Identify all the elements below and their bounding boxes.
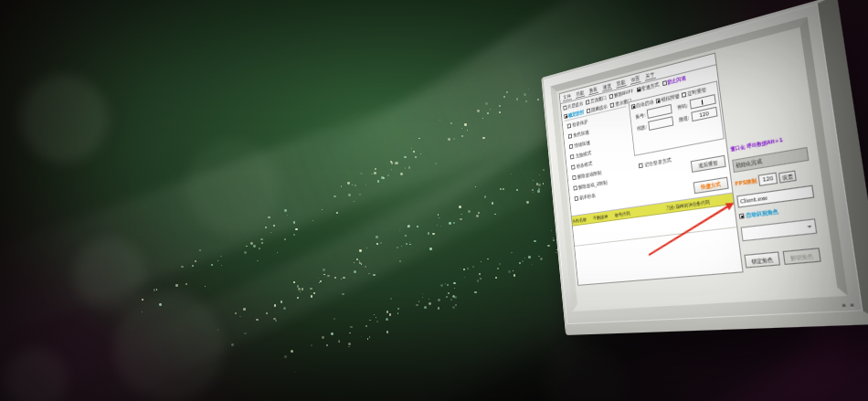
character-dropdown[interactable] (741, 218, 818, 241)
sparkle (438, 307, 440, 310)
sparkle (454, 288, 456, 290)
sparkle (420, 153, 421, 154)
sparkle (383, 177, 385, 179)
sparkle (386, 318, 388, 321)
sparkle (376, 321, 378, 322)
bokeh-circle (185, 140, 281, 235)
sparkle (354, 201, 355, 202)
bezel-screw (850, 303, 853, 307)
sparkle (156, 289, 157, 290)
lock-character-button[interactable]: 锁定角色 (744, 251, 780, 268)
sparkle (221, 265, 222, 266)
fps-set-button[interactable]: 设置 (778, 170, 797, 183)
feature-label: 秒杀模式 (577, 160, 593, 169)
sparkle (440, 226, 441, 227)
sparkle (459, 206, 461, 208)
sparkle (516, 98, 518, 100)
sparkle (211, 264, 213, 266)
sparkle (386, 311, 388, 312)
sparkle (409, 244, 410, 245)
checkbox-icon (567, 123, 571, 129)
sparkle (516, 189, 518, 191)
sparkle (411, 148, 412, 149)
sparkle (440, 284, 443, 287)
sparkle (376, 243, 377, 244)
sparkle (323, 274, 324, 275)
sparkle (366, 248, 367, 248)
sparkle (463, 269, 466, 271)
sparkle (369, 336, 370, 337)
sparkle (322, 336, 324, 339)
field-input[interactable]: 120 (691, 107, 718, 122)
checkbox-icon (563, 105, 566, 111)
sparkle (259, 248, 261, 250)
sparkle (417, 226, 418, 227)
sparkle (361, 336, 362, 337)
sparkle (369, 320, 370, 321)
checkbox-icon (639, 163, 643, 168)
sparkle (389, 313, 391, 315)
table-header-cell: 不败战神 (593, 212, 615, 220)
sparkle (540, 258, 543, 260)
sparkle (277, 252, 278, 253)
fps-label: FPS限制 (735, 177, 757, 187)
sparkle (455, 304, 457, 306)
sparkle (551, 230, 552, 231)
sparkle (453, 222, 455, 224)
field-input[interactable] (648, 116, 673, 131)
sparkle (468, 210, 471, 213)
app-window: 文件功能换装速度技能设置关于 开启提示置顶窗口解除BUFF变速方式防止闪退 稳定… (559, 52, 744, 285)
menu-item[interactable]: 文件 (562, 93, 572, 102)
fps-input[interactable]: 120 (758, 173, 778, 186)
sparkle (556, 252, 556, 253)
table-header-cell: 任务代码 (692, 199, 710, 207)
checkbox-icon (631, 104, 636, 110)
sparkle (477, 110, 480, 112)
unlock-character-button[interactable]: 解锁角色 (783, 248, 821, 265)
sparkle (424, 306, 427, 309)
sparkle (476, 215, 479, 217)
sparkle (274, 304, 277, 307)
sparkle (390, 298, 392, 300)
sparkle (217, 329, 218, 330)
sparkle (422, 293, 423, 294)
sparkle (322, 209, 323, 210)
shortcut-button[interactable]: 快捷方式 (693, 177, 729, 195)
sparkle (480, 278, 482, 280)
sparkle (475, 186, 476, 187)
sparkle (522, 260, 524, 262)
sparkle (445, 283, 446, 284)
checkbox-icon (739, 214, 745, 219)
auto-detect-checkbox[interactable]: 自动识别角色 (739, 208, 779, 220)
sparkle (481, 261, 482, 262)
sparkle (153, 289, 155, 290)
sparkle (428, 232, 429, 234)
sparkle (479, 273, 482, 276)
sparkle (482, 137, 484, 139)
checkbox-icon (610, 102, 615, 108)
process-name-input[interactable]: Client.exe (736, 185, 814, 208)
bezel-screw (842, 304, 846, 308)
remember-login-checkbox[interactable]: 记住登录方式 (639, 157, 672, 170)
sparkle (534, 240, 536, 243)
sparkle (487, 259, 488, 259)
sparkle (508, 270, 511, 273)
sparkle (429, 302, 431, 305)
sparkle (326, 344, 327, 345)
sparkle (250, 242, 253, 245)
sparkle (380, 242, 382, 244)
sparkle (333, 195, 335, 197)
relogin-button[interactable]: 退后重登 (691, 155, 726, 173)
sparkle (159, 303, 162, 306)
sparkle (291, 350, 293, 353)
sparkle (422, 297, 423, 298)
sparkle (405, 235, 407, 237)
bokeh-circle (73, 237, 146, 311)
sparkle (537, 99, 539, 100)
sparkle (399, 260, 401, 262)
sparkle (356, 259, 358, 260)
sparkle (533, 180, 534, 181)
sparkle (406, 243, 408, 245)
sparkle (365, 185, 366, 185)
checkbox-icon (656, 98, 661, 103)
